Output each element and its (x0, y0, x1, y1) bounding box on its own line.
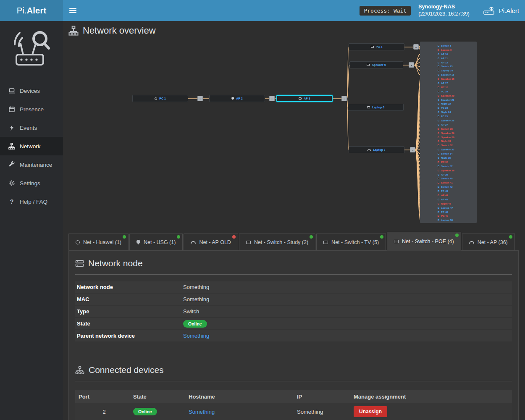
graph-node-pc4[interactable]: PC 4 (349, 43, 404, 50)
divider (75, 381, 512, 381)
collapse-button[interactable]: - (410, 147, 415, 152)
detail-label: Network node (77, 284, 183, 290)
panel-device[interactable]: Switch 42 (438, 185, 477, 189)
panel-device[interactable]: PC 18 (438, 85, 477, 89)
tab-net-switch-poe[interactable]: Net - Switch - POE (4) (387, 232, 461, 251)
panel-device[interactable]: Night 46 (438, 202, 477, 206)
panel-device[interactable]: PC 25 (438, 114, 477, 118)
router-icon (483, 5, 496, 16)
unassign-button[interactable]: Unassign (354, 406, 387, 417)
panel-device[interactable]: Speaker 30 (438, 135, 477, 139)
panel-device[interactable]: Switch 13 (438, 64, 477, 68)
column-header: Hostname (187, 394, 295, 400)
collapse-button[interactable]: - (413, 44, 419, 50)
sidebar-item-presence[interactable]: Presence (0, 100, 63, 118)
panel-device[interactable]: Speaker 21 (438, 98, 477, 102)
tab-label: Net - AP (36) (478, 239, 508, 245)
tab-net-usg[interactable]: Net - USG (1) (129, 234, 183, 250)
panel-device[interactable]: Switch 28 (438, 127, 477, 131)
panel-device[interactable]: Speaker 20 (438, 94, 477, 98)
main-content: Network overview PC 1 AP 2 AP 3 PC 4 Spe… (63, 21, 525, 420)
panel-device[interactable]: AP 45 (438, 197, 477, 202)
graph-node-ap3-selected[interactable]: AP 3 (276, 95, 333, 102)
graph-node-laptop6[interactable]: Laptop 6 (348, 104, 404, 111)
sidebar-item-settings[interactable]: Settings (0, 174, 63, 192)
panel-device[interactable]: PC 43 (438, 189, 477, 193)
panel-device[interactable]: Speaker 33 (438, 147, 477, 152)
device-label: Night 46 (441, 202, 451, 205)
panel-device[interactable]: Switch 8 (438, 44, 477, 48)
sidebar-item-help[interactable]: ? Help / FAQ (0, 192, 63, 211)
panel-device[interactable]: Night 31 (438, 139, 477, 143)
sidebar-item-network[interactable]: Network (0, 137, 63, 155)
tab-net-switch-tv[interactable]: Net - Switch - TV (5) (316, 234, 386, 250)
device-label: Switch 32 (441, 144, 453, 147)
panel-device[interactable]: Laptop 9 (438, 48, 477, 52)
connected-devices-table: PortStateHostnameIPManage assignment2Onl… (75, 390, 512, 420)
panel-device[interactable]: Speaker 15 (438, 73, 477, 77)
panel-device[interactable]: Switch 41 (438, 181, 477, 185)
tab-net-ap-old[interactable]: Net - AP OLD (184, 234, 238, 250)
device-label: Speaker 29 (441, 132, 454, 134)
tab-net-ap[interactable]: Net - AP (36) (462, 234, 515, 250)
sidebar-item-events[interactable]: Events (0, 118, 63, 137)
panel-device[interactable]: AP 12 (438, 60, 477, 65)
panel-device[interactable]: Laptop 50 (438, 218, 477, 222)
device-label: Speaker 30 (441, 136, 454, 139)
device-label: Switch 28 (441, 128, 453, 130)
panel-device[interactable]: Speaker 29 (438, 131, 477, 135)
panel-device[interactable]: Laptop 47 (438, 206, 477, 210)
detail-label: Type (77, 308, 183, 315)
panel-device[interactable]: AP 39 (438, 173, 477, 177)
device-label: Night 31 (441, 140, 451, 142)
panel-device[interactable]: AP 10 (438, 52, 477, 56)
tab-net-huawei[interactable]: Net - Huawei (1) (68, 234, 129, 250)
device-label: PC 48 (441, 211, 448, 213)
shield-icon (136, 240, 140, 244)
collapse-button[interactable]: - (197, 96, 203, 101)
panel-device[interactable]: Night 35 (438, 156, 477, 160)
panel-device[interactable]: Speaker 38 (438, 168, 477, 173)
panel-device[interactable]: PC 36 (438, 160, 477, 164)
column-header: IP (295, 394, 352, 400)
panel-device[interactable]: PC 48 (438, 210, 477, 214)
collapse-button[interactable]: - (341, 96, 347, 101)
panel-device[interactable]: PC 19 (438, 89, 477, 94)
panel-device[interactable]: Speaker 26 (438, 118, 477, 123)
panel-device[interactable]: Switch 32 (438, 143, 477, 147)
panel-device[interactable]: AP 11 (438, 56, 477, 60)
switch-icon (438, 165, 439, 167)
hostname-link[interactable]: Something (189, 409, 215, 415)
tab-net-switch-study[interactable]: Net - Switch - Study (2) (239, 234, 315, 250)
panel-device[interactable]: AP 27 (438, 123, 477, 127)
panel-device[interactable]: Switch 40 (438, 177, 477, 181)
panel-device[interactable]: Switch 34 (438, 152, 477, 156)
panel-device[interactable]: Night 24 (438, 110, 477, 114)
panel-device[interactable]: Speaker 16 (438, 77, 477, 81)
table-row: 2OnlineSomethingSomethingUnassign (75, 403, 512, 420)
parent-device-link[interactable]: Something (183, 333, 209, 339)
device-label: Laptop 50 (441, 219, 453, 221)
collapse-button[interactable]: - (409, 62, 414, 68)
device-label: Switch 8 (441, 45, 451, 47)
panel-device[interactable]: PC 23 (438, 106, 477, 110)
device-label: Speaker 20 (441, 94, 454, 97)
panel-device[interactable]: AP 17 (438, 81, 477, 85)
graph-node-speaker5[interactable]: Speaker 5 (349, 61, 403, 68)
speaker-icon (438, 170, 439, 171)
graph-node-laptop7[interactable]: Laptop 7 (349, 146, 404, 153)
panel-device[interactable]: AP 44 (438, 193, 477, 197)
panel-device[interactable]: Night 22 (438, 102, 477, 106)
app-logo[interactable]: Pi.Alert (0, 0, 63, 21)
panel-device[interactable]: Laptop 14 (438, 68, 477, 73)
collapse-button[interactable]: - (269, 96, 275, 101)
sidebar-item-maintenance[interactable]: Maintenance (0, 155, 63, 174)
graph-node-ap2[interactable]: AP 2 (209, 95, 265, 102)
graph-node-pc1[interactable]: PC 1 (132, 95, 188, 102)
state-cell: Online (131, 408, 187, 415)
sidebar-item-devices[interactable]: Devices (0, 81, 63, 100)
panel-device[interactable]: PC 49 (438, 214, 477, 218)
sidebar-toggle-button[interactable] (63, 0, 82, 21)
hub-icon (367, 64, 370, 66)
panel-device[interactable]: Switch 37 (438, 164, 477, 168)
